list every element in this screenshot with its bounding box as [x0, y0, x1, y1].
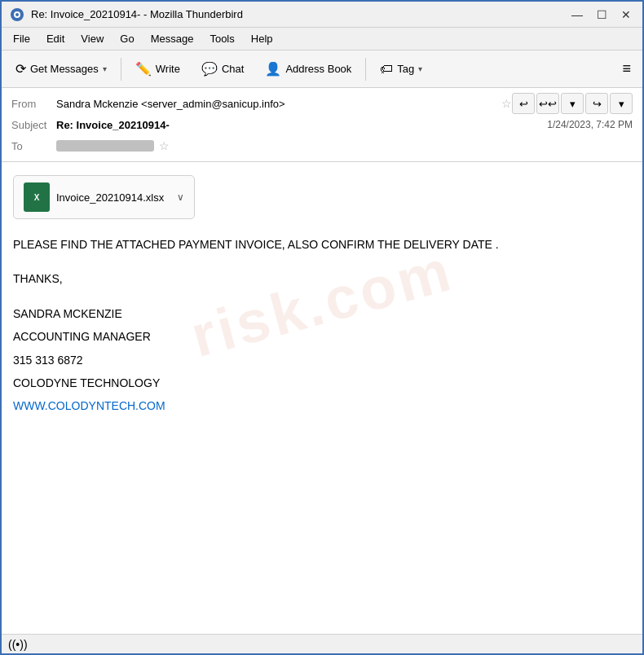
- sender-website-row: WWW.COLODYNTECH.COM: [13, 397, 631, 415]
- body-paragraph-1: PLEASE FIND THE ATTACHED PAYMENT INVOICE…: [13, 235, 631, 253]
- tag-label: Tag: [397, 63, 414, 75]
- email-header: From Sandra Mckenzie <server_admin@sanic…: [2, 88, 642, 162]
- attachment-chevron-icon[interactable]: ∨: [177, 191, 184, 203]
- minimize-button[interactable]: —: [569, 8, 585, 21]
- excel-icon: X: [24, 182, 50, 212]
- toolbar-divider-1: [121, 58, 121, 81]
- toolbar-overflow-button[interactable]: ≡: [615, 57, 637, 81]
- toolbar: ⟳ Get Messages ▾ ✏️ Write 💬 Chat 👤 Addre…: [2, 51, 642, 88]
- close-button[interactable]: ✕: [618, 8, 634, 21]
- to-row: To ☆: [11, 135, 633, 156]
- status-bar: ((•)): [2, 634, 642, 653]
- get-messages-icon: ⟳: [15, 61, 26, 77]
- thanks-text: THANKS,: [13, 272, 63, 285]
- chat-icon: 💬: [201, 61, 218, 77]
- forward-button[interactable]: ↪: [585, 93, 608, 114]
- menu-tools[interactable]: Tools: [203, 30, 240, 47]
- to-star-icon[interactable]: ☆: [159, 139, 170, 152]
- nav-dropdown-button[interactable]: ▾: [561, 93, 584, 114]
- tag-button[interactable]: 🏷 Tag ▾: [371, 57, 431, 81]
- sender-company: COLODYNE TECHNOLOGY: [13, 374, 631, 392]
- menu-view[interactable]: View: [74, 30, 110, 47]
- sender-title: ACCOUNTING MANAGER: [13, 328, 631, 345]
- chat-label: Chat: [222, 63, 244, 75]
- get-messages-button[interactable]: ⟳ Get Messages ▾: [7, 56, 116, 81]
- website-link[interactable]: WWW.COLODYNTECH.COM: [13, 399, 165, 412]
- address-book-button[interactable]: 👤 Address Book: [256, 56, 360, 81]
- write-icon: ✏️: [135, 61, 152, 77]
- connection-status-icon: ((•)): [8, 638, 28, 651]
- tag-icon: 🏷: [380, 62, 393, 77]
- attachment-container: X Invoice_20210914.xlsx ∨: [13, 175, 631, 219]
- svg-point-2: [15, 13, 19, 16]
- from-star-icon[interactable]: ☆: [501, 97, 512, 110]
- email-body-wrapper: risk.com X Invoice_20210914.xlsx ∨ PLEAS…: [2, 162, 642, 643]
- subject-value: Re: Invoice_20210914-: [56, 119, 170, 131]
- body-thanks: THANKS,: [13, 270, 631, 288]
- attachment-box[interactable]: X Invoice_20210914.xlsx ∨: [13, 175, 195, 219]
- write-label: Write: [156, 63, 180, 75]
- menu-go[interactable]: Go: [113, 30, 140, 47]
- email-body: risk.com X Invoice_20210914.xlsx ∨ PLEAS…: [2, 162, 642, 445]
- menu-edit[interactable]: Edit: [40, 30, 71, 47]
- sender-name: SANDRA MCKENZIE: [13, 305, 631, 323]
- subject-row: Subject Re: Invoice_20210914- 1/24/2023,…: [11, 114, 633, 135]
- menu-file[interactable]: File: [7, 30, 37, 47]
- maximize-button[interactable]: ☐: [593, 8, 610, 21]
- menu-message[interactable]: Message: [144, 30, 201, 47]
- title-bar: Re: Invoice_20210914- - Mozilla Thunderb…: [2, 2, 642, 28]
- write-button[interactable]: ✏️ Write: [126, 56, 189, 81]
- to-value-blurred: [56, 140, 154, 152]
- address-book-label: Address Book: [285, 63, 351, 75]
- menu-bar: File Edit View Go Message Tools Help: [2, 28, 642, 51]
- paragraph-1-text: PLEASE FIND THE ATTACHED PAYMENT INVOICE…: [13, 238, 499, 251]
- from-row: From Sandra Mckenzie <server_admin@sanic…: [11, 93, 633, 114]
- app-icon: [10, 7, 24, 22]
- reply-all-button[interactable]: ↩↩: [536, 93, 559, 114]
- subject-label: Subject: [11, 119, 56, 131]
- forward-dropdown-button[interactable]: ▾: [610, 93, 633, 114]
- reply-button[interactable]: ↩: [512, 93, 535, 114]
- from-value: Sandra Mckenzie <server_admin@sanicup.in…: [56, 98, 496, 110]
- email-date: 1/24/2023, 7:42 PM: [547, 119, 633, 130]
- sender-phone: 315 313 6872: [13, 351, 631, 369]
- chat-button[interactable]: 💬 Chat: [192, 56, 253, 81]
- get-messages-label: Get Messages: [30, 63, 99, 75]
- get-messages-dropdown-icon[interactable]: ▾: [103, 64, 107, 73]
- nav-buttons: ↩ ↩↩ ▾ ↪ ▾: [512, 93, 633, 114]
- attachment-filename: Invoice_20210914.xlsx: [56, 191, 164, 204]
- menu-help[interactable]: Help: [245, 30, 280, 47]
- address-book-icon: 👤: [265, 61, 281, 77]
- from-label: From: [11, 98, 56, 110]
- signature-block: SANDRA MCKENZIE ACCOUNTING MANAGER 315 3…: [13, 305, 631, 415]
- toolbar-divider-2: [365, 58, 366, 81]
- window-title: Re: Invoice_20210914- - Mozilla Thunderb…: [31, 8, 243, 20]
- tag-dropdown-icon[interactable]: ▾: [418, 64, 422, 73]
- window-controls: — ☐ ✕: [569, 8, 634, 21]
- to-label: To: [11, 140, 56, 152]
